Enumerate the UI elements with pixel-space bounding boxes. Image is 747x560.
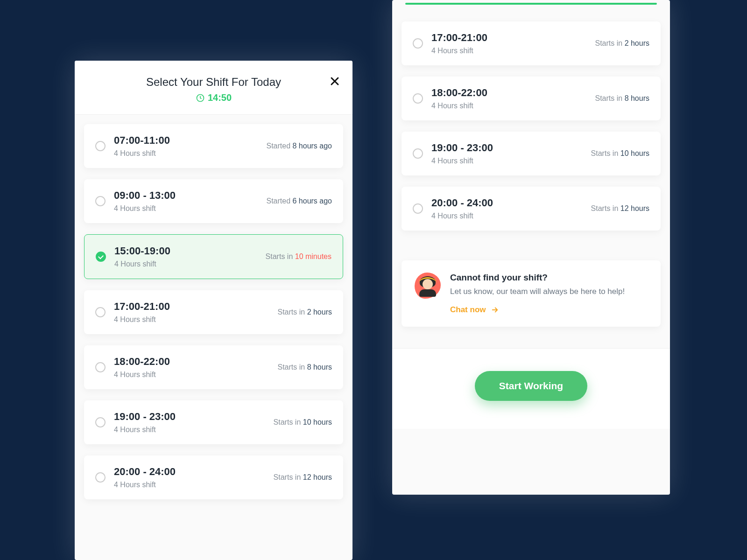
shift-info: 19:00 - 23:004 Hours shift: [114, 411, 265, 434]
modal-title: Select Your Shift For Today: [88, 76, 339, 89]
radio-icon[interactable]: [95, 417, 106, 427]
shift-card[interactable]: 19:00 - 23:004 Hours shiftStarts in 10 h…: [84, 400, 343, 444]
shift-duration: 4 Hours shift: [431, 47, 586, 55]
radio-checked-icon[interactable]: [96, 252, 106, 262]
help-content: Cannot find your shift? Let us know, our…: [450, 273, 648, 315]
support-avatar-icon: [415, 273, 441, 299]
shift-status: Starts in 8 hours: [277, 363, 332, 371]
radio-icon[interactable]: [95, 307, 106, 317]
shift-status: Starts in 10 minutes: [266, 252, 331, 261]
clock-icon: [196, 93, 205, 103]
shift-info: 20:00 - 24:004 Hours shift: [114, 466, 265, 489]
progress-bar: [405, 3, 657, 5]
shift-time: 07:00-11:00: [114, 134, 258, 147]
shift-time: 17:00-21:00: [431, 32, 586, 44]
shift-duration: 4 Hours shift: [114, 426, 265, 434]
chat-now-link[interactable]: Chat now: [450, 305, 499, 315]
close-icon: [329, 76, 340, 87]
shift-duration: 4 Hours shift: [431, 102, 586, 110]
shift-card[interactable]: 20:00 - 24:004 Hours shiftStarts in 12 h…: [84, 455, 343, 499]
shift-info: 09:00 - 13:004 Hours shift: [114, 189, 258, 213]
shift-status-value: 6 hours ago: [292, 197, 332, 205]
current-time-value: 14:50: [208, 92, 232, 103]
shift-status: Starts in 2 hours: [277, 308, 332, 316]
start-working-button[interactable]: Start Working: [475, 371, 587, 401]
shift-duration: 4 Hours shift: [114, 315, 269, 324]
help-text: Let us know, our team will always be her…: [450, 286, 648, 298]
shift-status-prefix: Started: [266, 142, 292, 150]
shift-status-value: 10 hours: [303, 418, 332, 426]
shift-status: Starts in 2 hours: [595, 39, 649, 48]
shift-duration: 4 Hours shift: [114, 481, 265, 489]
shift-status-prefix: Starts in: [277, 363, 307, 371]
radio-icon[interactable]: [413, 38, 423, 49]
close-button[interactable]: [329, 76, 340, 89]
chat-now-label: Chat now: [450, 305, 486, 315]
shift-list-right: 17:00-21:004 Hours shiftStarts in 2 hour…: [392, 12, 670, 336]
shift-time: 19:00 - 23:00: [431, 142, 583, 154]
modal-header: Select Your Shift For Today 14:50: [75, 61, 352, 115]
shift-time: 09:00 - 13:00: [114, 189, 258, 202]
help-card: Cannot find your shift? Let us know, our…: [402, 260, 661, 327]
shift-status-value: 12 hours: [620, 204, 649, 212]
shift-card[interactable]: 20:00 - 24:004 Hours shiftStarts in 12 h…: [402, 187, 661, 231]
shift-time: 15:00-19:00: [114, 245, 257, 257]
shift-status-value: 2 hours: [625, 39, 649, 47]
shift-info: 18:00-22:004 Hours shift: [431, 87, 586, 110]
radio-icon[interactable]: [413, 203, 423, 214]
shift-card[interactable]: 15:00-19:004 Hours shiftStarts in 10 min…: [84, 234, 343, 279]
radio-icon[interactable]: [95, 196, 106, 206]
shift-selector-panel-right: 17:00-21:004 Hours shiftStarts in 2 hour…: [392, 0, 670, 495]
shift-time: 18:00-22:00: [114, 356, 269, 368]
radio-icon[interactable]: [413, 148, 423, 159]
shift-duration: 4 Hours shift: [114, 371, 269, 379]
shift-info: 15:00-19:004 Hours shift: [114, 245, 257, 268]
shift-status-value: 8 hours: [307, 363, 332, 371]
radio-icon[interactable]: [95, 362, 106, 372]
shift-time: 19:00 - 23:00: [114, 411, 265, 423]
shift-list-left: 07:00-11:004 Hours shiftStarted 8 hours …: [75, 115, 352, 509]
shift-duration: 4 Hours shift: [431, 157, 583, 165]
radio-icon[interactable]: [413, 93, 423, 104]
shift-info: 07:00-11:004 Hours shift: [114, 134, 258, 158]
shift-duration: 4 Hours shift: [114, 149, 258, 158]
shift-card[interactable]: 17:00-21:004 Hours shiftStarts in 2 hour…: [402, 21, 661, 65]
shift-status: Started 8 hours ago: [266, 142, 332, 150]
shift-duration: 4 Hours shift: [114, 204, 258, 213]
shift-status-value: 10 hours: [620, 149, 649, 157]
shift-card[interactable]: 09:00 - 13:004 Hours shiftStarted 6 hour…: [84, 179, 343, 223]
shift-status-prefix: Starts in: [274, 473, 303, 481]
shift-status: Starts in 12 hours: [591, 204, 649, 213]
shift-status: Started 6 hours ago: [266, 197, 332, 205]
shift-card[interactable]: 07:00-11:004 Hours shiftStarted 8 hours …: [84, 124, 343, 168]
shift-time: 20:00 - 24:00: [114, 466, 265, 478]
shift-time: 17:00-21:00: [114, 301, 269, 313]
shift-selector-panel-left: Select Your Shift For Today 14:50 07:00-…: [75, 61, 352, 560]
shift-info: 18:00-22:004 Hours shift: [114, 356, 269, 379]
shift-time: 18:00-22:00: [431, 87, 586, 99]
shift-card[interactable]: 17:00-21:004 Hours shiftStarts in 2 hour…: [84, 290, 343, 334]
shift-status-prefix: Starts in: [591, 204, 620, 212]
shift-card[interactable]: 18:00-22:004 Hours shiftStarts in 8 hour…: [402, 77, 661, 120]
shift-status: Starts in 8 hours: [595, 94, 649, 103]
shift-status-prefix: Started: [266, 197, 292, 205]
arrow-right-icon: [491, 306, 499, 314]
current-time-row: 14:50: [88, 92, 339, 103]
radio-icon[interactable]: [95, 141, 106, 151]
shift-card[interactable]: 19:00 - 23:004 Hours shiftStarts in 10 h…: [402, 132, 661, 175]
shift-card[interactable]: 18:00-22:004 Hours shiftStarts in 8 hour…: [84, 345, 343, 389]
shift-status-prefix: Starts in: [591, 149, 620, 157]
radio-icon[interactable]: [95, 472, 106, 483]
shift-duration: 4 Hours shift: [431, 212, 583, 220]
shift-status-prefix: Starts in: [595, 39, 624, 47]
shift-status-value: 8 hours ago: [292, 142, 332, 150]
shift-status-value: 8 hours: [625, 94, 649, 102]
shift-status-prefix: Starts in: [595, 94, 624, 102]
shift-info: 19:00 - 23:004 Hours shift: [431, 142, 583, 165]
shift-status-prefix: Starts in: [266, 252, 295, 260]
shift-status-prefix: Starts in: [277, 308, 307, 316]
shift-status-value: 12 hours: [303, 473, 332, 481]
help-title: Cannot find your shift?: [450, 273, 648, 283]
shift-status: Starts in 12 hours: [274, 473, 332, 482]
shift-duration: 4 Hours shift: [114, 260, 257, 268]
